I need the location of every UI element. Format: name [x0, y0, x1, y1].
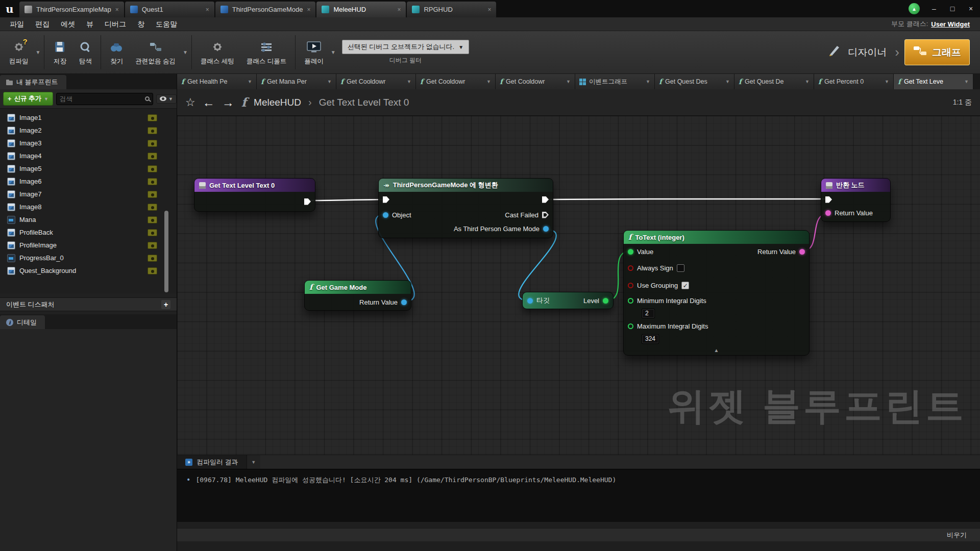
- breadcrumb-blueprint[interactable]: MeleeHUD: [254, 97, 301, 108]
- nav-back-icon[interactable]: ←: [203, 95, 215, 110]
- node-get-game-mode[interactable]: f Get Game Mode Return Value: [304, 280, 411, 311]
- list-item-image8[interactable]: Image8: [0, 201, 177, 213]
- class-defaults-button[interactable]: 클래스 디폴트: [240, 31, 292, 73]
- compile-options-caret-icon[interactable]: ▼: [35, 31, 42, 73]
- list-item-progressbar0[interactable]: ProgressBar_0: [0, 252, 177, 264]
- visibility-filter-dropdown[interactable]: ▼: [156, 94, 177, 104]
- hide-unrelated-caret-icon[interactable]: ▼: [182, 31, 189, 73]
- node-cast-thirdpersongamemode[interactable]: ↠ ThirdPersonGameMode 에 형변환 Object Cast …: [378, 178, 553, 238]
- cast-failed-exec-pin[interactable]: [542, 212, 549, 218]
- graph-tab-get-percent[interactable]: fGet Percent 0▼: [814, 74, 894, 89]
- window-tab-thirdpersongamemode[interactable]: ThirdPersonGameMode×: [215, 2, 316, 17]
- exec-out-pin[interactable]: [304, 198, 311, 205]
- menu-edit[interactable]: 편집: [30, 17, 55, 31]
- graph-tab-get-cooldown-2[interactable]: fGet Cooldowr▼: [416, 74, 496, 89]
- always-sign-input-pin[interactable]: [628, 265, 633, 271]
- level-output-pin[interactable]: [603, 298, 608, 304]
- compile-button[interactable]: ? 컴파일: [3, 31, 35, 73]
- visibility-eye-icon[interactable]: [148, 191, 157, 198]
- list-item-mana[interactable]: Mana: [0, 213, 177, 226]
- use-grouping-checkbox[interactable]: [681, 282, 689, 289]
- search-input[interactable]: [60, 95, 142, 103]
- hide-unrelated-button[interactable]: 관련없음 숨김: [129, 31, 181, 73]
- menu-view[interactable]: 뷰: [81, 17, 99, 31]
- list-item-image7[interactable]: Image7: [0, 188, 177, 201]
- return-value-output-pin[interactable]: [799, 249, 805, 255]
- graph-tab-event-graph[interactable]: 이벤트그래프▼: [575, 74, 655, 89]
- close-icon[interactable]: ×: [307, 6, 310, 13]
- close-icon[interactable]: ×: [487, 6, 491, 13]
- add-dispatcher-button[interactable]: +: [161, 300, 170, 309]
- visibility-eye-icon[interactable]: [148, 153, 157, 160]
- visibility-eye-icon[interactable]: [148, 216, 157, 223]
- parent-class-link[interactable]: User Widget: [931, 20, 970, 28]
- list-item-questbackground[interactable]: Quest_Background: [0, 264, 177, 277]
- visibility-eye-icon[interactable]: [148, 114, 157, 121]
- window-tab-rpghud[interactable]: RPGHUD×: [407, 2, 496, 17]
- list-item-image6[interactable]: Image6: [0, 175, 177, 188]
- scrollbar[interactable]: [164, 211, 168, 292]
- return-value-input-pin[interactable]: [825, 210, 831, 216]
- menu-asset[interactable]: 에셋: [55, 17, 81, 31]
- blueprint-graph-canvas[interactable]: 위젯 블루프린트 Get Text Level Text 0: [177, 116, 980, 455]
- node-totext-integer[interactable]: f ToText (integer) Value Return Value Al…: [623, 230, 810, 356]
- graph-tab-get-mana[interactable]: fGet Mana Per▼: [257, 74, 336, 89]
- debug-object-dropdown[interactable]: 선택된 디버그 오브젝트가 없습니다. ▼: [342, 40, 469, 54]
- close-icon[interactable]: ×: [397, 6, 401, 13]
- list-item-profileback[interactable]: ProfileBack: [0, 226, 177, 239]
- min-digits-field[interactable]: 2: [642, 309, 655, 318]
- object-input-pin[interactable]: [383, 212, 388, 218]
- list-item-image1[interactable]: Image1: [0, 111, 177, 124]
- visibility-eye-icon[interactable]: [148, 140, 157, 147]
- breadcrumb-function[interactable]: Get Text Level Text 0: [319, 97, 409, 108]
- visibility-eye-icon[interactable]: [148, 255, 157, 262]
- play-button[interactable]: 플레이: [298, 31, 330, 73]
- tab-my-blueprint[interactable]: 내 블루프린트: [0, 75, 66, 89]
- graph-tab-get-cooldown-1[interactable]: fGet Cooldowr▼: [336, 74, 416, 89]
- collapse-arrow-icon[interactable]: ▲: [624, 345, 809, 355]
- nav-forward-icon[interactable]: →: [222, 95, 234, 110]
- visibility-eye-icon[interactable]: [148, 267, 157, 274]
- graph-tab-get-quest-1[interactable]: fGet Quest Des▼: [655, 74, 734, 89]
- designer-mode-button[interactable]: 디자이너: [825, 40, 890, 64]
- minimize-button[interactable]: –: [925, 0, 943, 17]
- add-new-button[interactable]: + 신규 추가 ▼: [3, 92, 53, 106]
- visibility-eye-icon[interactable]: [148, 242, 157, 249]
- menu-help[interactable]: 도움말: [150, 17, 183, 31]
- always-sign-checkbox[interactable]: [677, 264, 684, 272]
- save-button[interactable]: 저장: [47, 31, 72, 73]
- graph-tab-get-quest-2[interactable]: fGet Quest De▼: [734, 74, 814, 89]
- exec-out-pin[interactable]: [542, 196, 549, 203]
- max-digits-input-pin[interactable]: [628, 323, 633, 329]
- value-input-pin[interactable]: [628, 249, 633, 255]
- visibility-eye-icon[interactable]: [148, 229, 157, 236]
- visibility-eye-icon[interactable]: [148, 204, 157, 211]
- graph-tab-get-cooldown-3[interactable]: fGet Cooldowr▼: [496, 74, 575, 89]
- close-icon[interactable]: ×: [115, 6, 119, 13]
- target-input-pin[interactable]: [527, 298, 533, 304]
- visibility-eye-icon[interactable]: [148, 127, 157, 134]
- node-function-entry[interactable]: Get Text Level Text 0: [194, 178, 315, 212]
- find-button[interactable]: 찾기: [104, 31, 129, 73]
- browse-button[interactable]: 탐색: [72, 31, 98, 73]
- favorite-star-icon[interactable]: ☆: [185, 96, 195, 109]
- close-button[interactable]: ×: [962, 0, 980, 17]
- use-grouping-input-pin[interactable]: [628, 283, 633, 288]
- chevron-down-icon[interactable]: ▼: [247, 455, 260, 469]
- close-icon[interactable]: ×: [206, 6, 209, 13]
- compiler-log[interactable]: • [0967.78] MeleeHUD 컴파일에 성공했습니다! [소요시간 …: [177, 469, 980, 522]
- max-digits-field[interactable]: 324: [642, 334, 659, 344]
- list-item-profileimage[interactable]: ProfileImage: [0, 239, 177, 252]
- window-tab-thirdpersonexamplemap[interactable]: ThirdPersonExampleMap×: [19, 2, 124, 17]
- visibility-eye-icon[interactable]: [148, 165, 157, 172]
- visibility-eye-icon[interactable]: [148, 178, 157, 185]
- list-item-image5[interactable]: Image5: [0, 162, 177, 175]
- window-tab-meleehud[interactable]: MeleeHUD×: [316, 2, 406, 17]
- return-value-output-pin[interactable]: [401, 299, 407, 305]
- exec-in-pin[interactable]: [383, 196, 389, 203]
- as-gamemode-output-pin[interactable]: [543, 226, 549, 232]
- graph-tab-get-health[interactable]: fGet Health Pe▼: [177, 74, 257, 89]
- graph-mode-button[interactable]: 그래프: [904, 39, 970, 65]
- class-settings-button[interactable]: 클래스 세팅: [194, 31, 240, 73]
- node-get-level[interactable]: 타깃 Level: [522, 292, 614, 309]
